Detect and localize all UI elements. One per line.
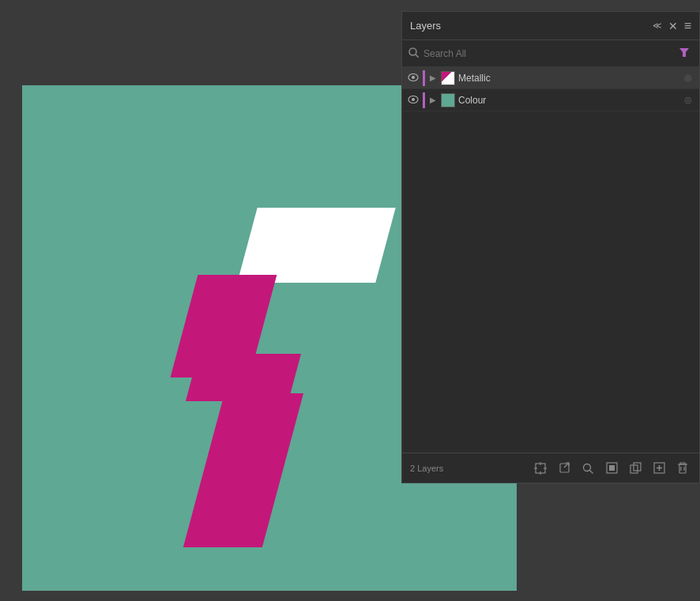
layer-row[interactable]: ▶ Metallic ◎ <box>402 67 699 89</box>
close-panel-button[interactable]: ✕ <box>668 20 678 32</box>
mask-button[interactable] <box>603 460 620 477</box>
bolt-white-piece <box>237 208 395 283</box>
expand-layer-button[interactable]: ▶ <box>428 96 438 104</box>
panel-footer: 2 Layers <box>402 453 699 483</box>
panel-controls: ≪ ✕ ≡ <box>653 19 691 33</box>
collapse-panel-button[interactable]: ≪ <box>653 21 662 31</box>
svg-marker-2 <box>679 48 689 57</box>
panel-header: Layers ≪ ✕ ≡ <box>402 12 699 40</box>
panel-title-area: Layers <box>410 20 441 32</box>
canvas-area: Layers ≪ ✕ ≡ <box>0 0 700 601</box>
search-input[interactable] <box>423 48 671 59</box>
expand-layer-button[interactable]: ▶ <box>428 73 438 82</box>
layers-list: ▶ Metallic ◎ ▶ Colour ◎ <box>402 67 699 453</box>
search-bar <box>402 40 699 67</box>
paste-in-place-button[interactable] <box>627 460 644 477</box>
svg-point-0 <box>409 48 416 55</box>
visibility-toggle[interactable] <box>407 73 420 84</box>
layer-row[interactable]: ▶ Colour ◎ <box>402 89 699 111</box>
panel-title: Layers <box>410 20 441 32</box>
panel-menu-button[interactable]: ≡ <box>684 19 691 33</box>
svg-point-6 <box>412 98 415 101</box>
svg-rect-12 <box>560 464 569 472</box>
layer-settings-button[interactable]: ◎ <box>682 73 694 83</box>
search-icon <box>408 47 419 60</box>
footer-tools <box>532 460 691 477</box>
layer-thumbnail <box>441 71 455 85</box>
layer-color-indicator <box>423 92 425 108</box>
delete-layer-button[interactable] <box>674 460 691 477</box>
layer-thumbnail <box>441 93 455 107</box>
layer-name: Colour <box>458 95 679 106</box>
layer-settings-button[interactable]: ◎ <box>682 95 694 105</box>
filter-button[interactable] <box>676 45 693 62</box>
layer-color-indicator <box>423 70 425 86</box>
visibility-toggle[interactable] <box>407 95 420 106</box>
add-layer-button[interactable] <box>650 460 668 477</box>
svg-rect-17 <box>609 465 615 471</box>
svg-line-1 <box>416 54 419 58</box>
layer-name: Metallic <box>458 73 679 84</box>
find-button[interactable] <box>579 460 597 477</box>
svg-line-15 <box>590 470 593 473</box>
bolt-pink-bottom <box>183 393 303 547</box>
new-artboard-button[interactable] <box>532 460 549 477</box>
svg-point-14 <box>584 464 591 471</box>
layers-panel: Layers ≪ ✕ ≡ <box>401 11 700 483</box>
layers-count-label: 2 Layers <box>410 464 443 473</box>
svg-point-4 <box>412 76 415 79</box>
export-button[interactable] <box>555 460 573 477</box>
svg-rect-23 <box>679 464 686 473</box>
